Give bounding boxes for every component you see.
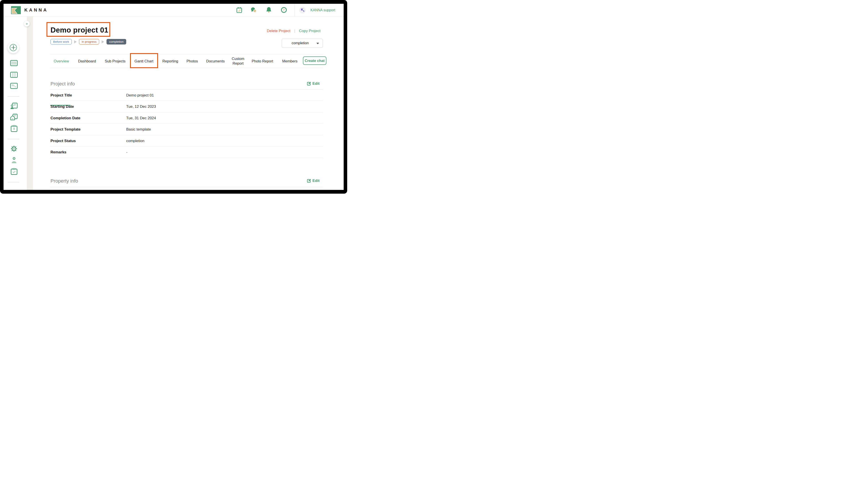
house-document-icon bbox=[10, 114, 18, 120]
bell-icon bbox=[266, 7, 272, 13]
notifications-button[interactable] bbox=[265, 6, 273, 14]
screenshot-frame: KANNA bbox=[0, 0, 347, 194]
sidebar-expand-button[interactable]: > bbox=[24, 21, 30, 27]
status-dropdown-value: completion bbox=[291, 41, 309, 45]
create-chat-button[interactable]: Create chat bbox=[303, 57, 327, 65]
calendar-button[interactable] bbox=[235, 6, 243, 14]
row-value: - bbox=[126, 150, 128, 155]
sidebar-item-project-card[interactable] bbox=[9, 82, 19, 90]
table-row: Project Title Demo project 01 bbox=[50, 90, 323, 101]
tab-photos[interactable]: Photos bbox=[186, 59, 198, 63]
status-badge-completion[interactable]: completion bbox=[106, 39, 126, 44]
project-actions: Delete Project | Copy Project bbox=[267, 29, 321, 33]
table-row: Starting Date Tue, 12 Dec 2023 bbox=[50, 101, 323, 112]
row-label: Remarks bbox=[51, 150, 66, 155]
status-badge-before-work[interactable]: Before work bbox=[51, 39, 72, 44]
edit-pencil-icon bbox=[307, 179, 311, 183]
chat-icon bbox=[250, 7, 257, 13]
svg-text:?: ? bbox=[283, 8, 285, 12]
tab-documents[interactable]: Documents bbox=[206, 59, 224, 63]
gear-icon bbox=[10, 145, 18, 152]
row-value: Basic template bbox=[126, 127, 151, 132]
chat-button[interactable] bbox=[250, 6, 257, 14]
brand-wordmark: KANNA bbox=[24, 7, 48, 12]
plus-icon bbox=[10, 44, 17, 51]
edit-label: Edit bbox=[312, 179, 319, 183]
left-sidebar bbox=[4, 17, 27, 190]
user-name[interactable]: KANNA support bbox=[310, 8, 335, 12]
chevron-right-icon: > bbox=[26, 22, 28, 26]
project-info-table: Project Title Demo project 01 Starting D… bbox=[50, 90, 323, 158]
kanban-icon bbox=[10, 72, 18, 78]
table-row: Project Status completion bbox=[50, 135, 323, 147]
tab-gantt-chart[interactable]: Gantt Chart bbox=[134, 59, 153, 63]
main-content: Demo project 01 Delete Project | Copy Pr… bbox=[33, 17, 344, 190]
status-badge-in-progress[interactable]: in progress bbox=[79, 39, 99, 44]
arrow-right-icon bbox=[74, 40, 76, 43]
edit-label: Edit bbox=[312, 82, 319, 86]
user-avatar[interactable]: K s bbox=[299, 7, 306, 13]
section-divider bbox=[50, 187, 323, 187]
copy-project-link[interactable]: Copy Project bbox=[299, 29, 320, 33]
tab-overview[interactable]: Overview bbox=[54, 59, 69, 63]
property-info-edit-button[interactable]: Edit bbox=[307, 179, 319, 183]
table-row: Remarks - bbox=[50, 147, 323, 158]
tab-sub-projects[interactable]: Sub Projects bbox=[105, 59, 126, 63]
sidebar-item-client-info[interactable] bbox=[9, 102, 19, 110]
project-info-heading: Project info bbox=[51, 81, 75, 87]
avatar-initial-bottom: s bbox=[303, 10, 305, 12]
row-value: Demo project 01 bbox=[126, 93, 154, 98]
row-value: completion bbox=[126, 139, 144, 143]
row-label: Project Template bbox=[51, 127, 81, 132]
project-title: Demo project 01 bbox=[51, 26, 108, 34]
kanna-logo-icon[interactable] bbox=[11, 6, 21, 14]
sidebar-item-property-info[interactable] bbox=[9, 113, 19, 121]
status-flow: Before work in progress completion bbox=[51, 39, 126, 44]
list-icon bbox=[10, 60, 18, 66]
calendar-icon bbox=[236, 7, 242, 13]
arrow-right-icon bbox=[102, 40, 104, 43]
clipboard-check-icon bbox=[11, 168, 18, 175]
sidebar-item-tasks[interactable] bbox=[9, 168, 19, 175]
create-new-button[interactable] bbox=[7, 42, 19, 53]
header-divider bbox=[294, 4, 295, 17]
card-icon bbox=[10, 83, 18, 89]
sidebar-item-profile[interactable] bbox=[9, 157, 19, 164]
project-info-edit-button[interactable]: Edit bbox=[307, 82, 319, 86]
actions-separator: | bbox=[294, 29, 295, 33]
tab-dashboard[interactable]: Dashboard bbox=[78, 59, 96, 63]
edit-pencil-icon bbox=[307, 82, 311, 86]
help-button[interactable]: ? bbox=[280, 6, 288, 14]
sidebar-collapsed-panel bbox=[27, 17, 33, 190]
row-value: Tue, 31 Dec 2024 bbox=[126, 116, 156, 120]
row-value: Tue, 12 Dec 2023 bbox=[126, 104, 156, 109]
help-icon: ? bbox=[281, 7, 287, 13]
person-document-icon bbox=[10, 103, 18, 109]
row-label: Project Status bbox=[51, 139, 76, 143]
sidebar-item-kanban-board[interactable] bbox=[9, 71, 19, 78]
sidebar-item-received-files[interactable] bbox=[9, 125, 19, 132]
table-row: Project Template Basic template bbox=[50, 124, 323, 135]
property-info-heading: Property info bbox=[51, 178, 78, 184]
status-dropdown[interactable]: completion bbox=[282, 39, 323, 48]
row-label: Starting Date bbox=[51, 104, 74, 109]
tab-custom-report[interactable]: Custom Report bbox=[229, 57, 247, 66]
delete-project-link[interactable]: Delete Project bbox=[267, 29, 290, 33]
row-label: Completion Date bbox=[51, 116, 81, 120]
chevron-down-icon bbox=[316, 43, 319, 44]
tab-bar: Overview Dashboard Sub Projects Gantt Ch… bbox=[50, 54, 323, 68]
tab-reporting[interactable]: Reporting bbox=[162, 59, 178, 63]
tab-members[interactable]: Members bbox=[282, 59, 298, 63]
sidebar-item-settings[interactable] bbox=[9, 145, 19, 153]
person-icon bbox=[11, 157, 17, 164]
row-label: Project Title bbox=[51, 93, 72, 98]
app-window: KANNA bbox=[4, 4, 344, 190]
table-row: Completion Date Tue, 31 Dec 2024 bbox=[50, 112, 323, 124]
sidebar-item-project-list[interactable] bbox=[9, 59, 19, 67]
tab-photo-report[interactable]: Photo Report bbox=[252, 59, 273, 63]
clipboard-download-icon bbox=[11, 125, 18, 132]
top-header: KANNA bbox=[4, 4, 344, 17]
